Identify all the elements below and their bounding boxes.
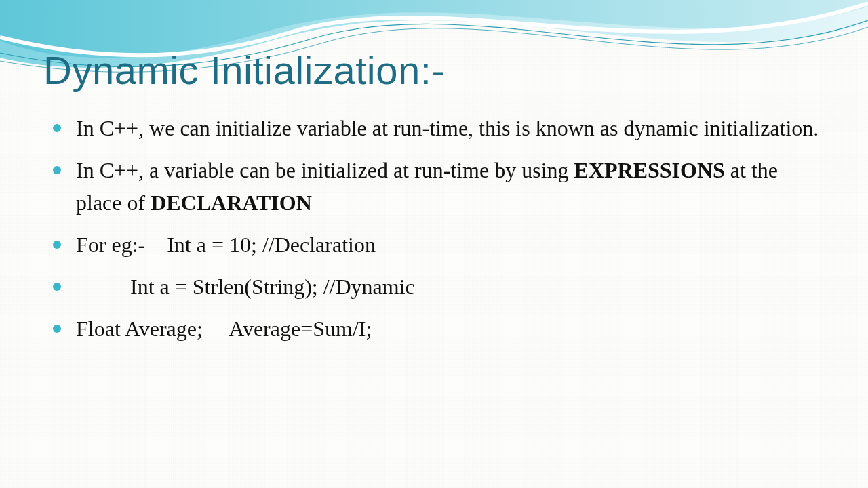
- slide-content: Dynamic Initialization:- In C++, we can …: [43, 47, 825, 354]
- bullet-text: In C++, we can initialize variable at ru…: [76, 116, 818, 140]
- bullet-text: For eg:- Int a = 10; //Declaration: [76, 232, 376, 257]
- bullet-item: Int a = Strlen(String); //Dynamic: [76, 270, 825, 303]
- bullet-item: In C++, we can initialize variable at ru…: [76, 112, 825, 144]
- bullet-item: For eg:- Int a = 10; //Declaration: [76, 228, 825, 261]
- bullet-text: In C++, a variable can be initialized at…: [76, 158, 574, 182]
- bullet-item: In C++, a variable can be initialized at…: [76, 154, 825, 219]
- slide-title: Dynamic Initialization:-: [43, 47, 825, 93]
- bullet-item: Float Average; Average=Sum/I;: [76, 312, 825, 345]
- bullet-text: Float Average; Average=Sum/I;: [76, 317, 372, 341]
- bullet-bold: DECLARATION: [151, 190, 312, 215]
- bullet-text: Int a = Strlen(String); //Dynamic: [76, 274, 415, 299]
- bullet-bold: EXPRESSIONS: [574, 158, 725, 182]
- bullet-list: In C++, we can initialize variable at ru…: [43, 112, 825, 345]
